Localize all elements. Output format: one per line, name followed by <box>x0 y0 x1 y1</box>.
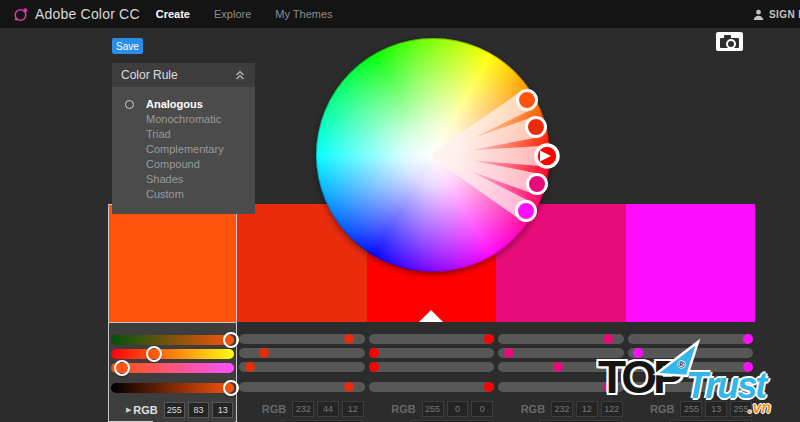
brightness-slider[interactable] <box>111 383 234 393</box>
camera-button[interactable] <box>716 32 743 51</box>
green-slider-dot[interactable] <box>504 348 514 358</box>
rule-option-label: Custom <box>146 188 184 200</box>
rgb-value-b[interactable]: 255 <box>730 401 752 417</box>
rule-option-label: Analogous <box>146 98 203 110</box>
rgb-value-g[interactable]: 13 <box>705 401 727 417</box>
rgb-value-row: ▶RGB25500 <box>367 401 496 417</box>
rgb-value-row: ▶RGB23212122 <box>496 401 625 417</box>
red-slider-dot[interactable] <box>484 334 494 344</box>
rule-option-label: Compound <box>146 158 200 170</box>
rule-option-analogous[interactable]: Analogous <box>112 97 255 112</box>
green-slider[interactable] <box>239 348 364 358</box>
nav-tab-create[interactable]: Create <box>156 8 190 20</box>
radio-selected-icon <box>125 100 134 109</box>
slider-group <box>109 335 236 395</box>
rule-option-monochromatic[interactable]: Monochromatic <box>112 112 255 127</box>
blue-slider[interactable] <box>239 362 364 372</box>
rule-option-complementary[interactable]: Complementary <box>112 142 255 157</box>
rgb-value-g[interactable]: 12 <box>576 401 598 417</box>
top-nav: Adobe Color CC CreateExploreMy Themes SI… <box>0 0 800 28</box>
nav-tabs: CreateExploreMy Themes <box>156 8 333 20</box>
green-slider[interactable] <box>369 348 494 358</box>
blue-slider-dot[interactable] <box>245 362 255 372</box>
rule-option-triad[interactable]: Triad <box>112 127 255 142</box>
rule-option-label: Complementary <box>146 143 224 155</box>
rgb-value-row: ▶RGB25513255 <box>626 401 755 417</box>
slider-group <box>237 334 366 394</box>
rgb-value-r[interactable]: 232 <box>551 401 573 417</box>
color-rule-options: AnalogousMonochromaticTriadComplementary… <box>112 87 255 214</box>
color-swatch-1[interactable] <box>108 204 237 323</box>
brightness-slider-dot[interactable] <box>484 382 494 392</box>
nav-tab-my-themes[interactable]: My Themes <box>275 8 332 20</box>
red-slider[interactable] <box>628 334 753 344</box>
red-slider-dot[interactable] <box>743 334 753 344</box>
rgb-value-b[interactable]: 13 <box>212 402 233 418</box>
blue-slider-handle[interactable] <box>114 360 130 376</box>
rgb-label: RGB <box>133 404 157 416</box>
rgb-value-r[interactable]: 232 <box>292 401 314 417</box>
wheel-marker-1[interactable] <box>518 91 537 110</box>
rgb-label: RGB <box>391 403 415 415</box>
save-label: Save <box>116 41 139 52</box>
red-slider[interactable] <box>111 335 234 345</box>
rgb-value-g[interactable]: 83 <box>188 402 209 418</box>
wheel-marker-5[interactable] <box>517 202 536 221</box>
rgb-value-r[interactable]: 255 <box>164 402 185 418</box>
slider-group <box>626 334 755 394</box>
rule-option-shades[interactable]: Shades <box>112 172 255 187</box>
rgb-label: RGB <box>262 403 286 415</box>
collapse-chevron-icon[interactable] <box>234 70 246 81</box>
wheel-marker-4[interactable] <box>528 175 547 194</box>
base-color-indicator <box>419 310 443 322</box>
blue-slider[interactable] <box>369 362 494 372</box>
rgb-label: RGB <box>521 403 545 415</box>
color-wheel-markers[interactable] <box>316 38 550 272</box>
rgb-value-row: ▶RGB2558313 <box>109 402 236 418</box>
brightness-slider[interactable] <box>369 382 494 392</box>
slider-group <box>367 334 496 394</box>
wheel-marker-2[interactable] <box>527 118 546 137</box>
color-column-1: ▶RGB2558313 <box>108 204 237 422</box>
signin-button[interactable]: SIGN IN <box>753 0 800 28</box>
color-wheel-logo-icon <box>13 7 28 22</box>
rgb-value-r[interactable]: 255 <box>422 401 444 417</box>
green-slider-handle[interactable] <box>146 346 162 362</box>
nav-tab-explore[interactable]: Explore <box>214 8 251 20</box>
rgb-label: RGB <box>650 403 674 415</box>
green-slider[interactable] <box>111 349 234 359</box>
blue-slider-dot[interactable] <box>369 362 379 372</box>
color-swatch-5[interactable] <box>626 204 755 322</box>
rgb-value-g[interactable]: 0 <box>447 401 469 417</box>
rule-option-label: Triad <box>146 128 171 140</box>
rule-option-compound[interactable]: Compound <box>112 157 255 172</box>
color-rule-header[interactable]: Color Rule <box>112 63 255 87</box>
rule-option-label: Shades <box>146 173 183 185</box>
green-slider[interactable] <box>498 348 623 358</box>
green-slider-dot[interactable] <box>369 348 379 358</box>
blue-slider-dot[interactable] <box>743 362 753 372</box>
rgb-value-b[interactable]: 12 <box>342 401 364 417</box>
adobe-color-app: Adobe Color CC CreateExploreMy Themes SI… <box>0 0 800 422</box>
brand[interactable]: Adobe Color CC <box>13 6 140 22</box>
brightness-slider-dot[interactable] <box>743 382 753 392</box>
slider-group <box>496 334 625 394</box>
rgb-value-r[interactable]: 255 <box>680 401 702 417</box>
rgb-value-b[interactable]: 122 <box>601 401 623 417</box>
rule-option-label: Monochromatic <box>146 113 221 125</box>
brightness-slider[interactable] <box>628 382 753 392</box>
green-slider[interactable] <box>628 348 753 358</box>
blue-slider[interactable] <box>628 362 753 372</box>
rgb-value-g[interactable]: 44 <box>317 401 339 417</box>
color-rule-title: Color Rule <box>121 68 178 82</box>
rgb-value-row: ▶RGB2324412 <box>237 401 366 417</box>
color-column-5: ▶RGB25513255 <box>626 204 755 422</box>
signin-label: SIGN IN <box>769 9 800 20</box>
color-rule-panel: Color Rule AnalogousMonochromaticTriadCo… <box>112 63 255 214</box>
rgb-value-b[interactable]: 0 <box>471 401 493 417</box>
save-button[interactable]: Save <box>112 38 143 54</box>
user-icon <box>753 9 764 20</box>
expand-arrow-icon[interactable]: ▶ <box>126 406 133 414</box>
red-slider[interactable] <box>369 334 494 344</box>
rule-option-custom[interactable]: Custom <box>112 187 255 202</box>
